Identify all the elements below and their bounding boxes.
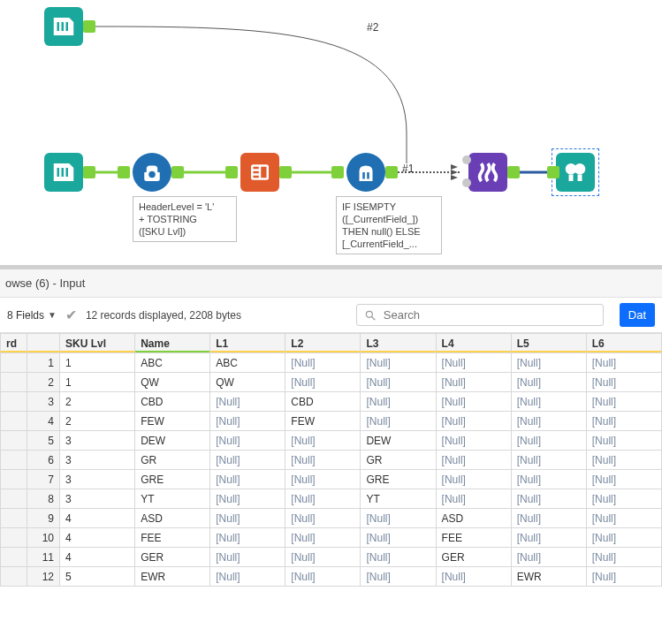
cell[interactable]: 9 xyxy=(27,509,59,528)
results-table[interactable]: rdSKU LvlNameL1L2L3L4L5L6 11ABCABC[Null]… xyxy=(0,333,662,587)
workflow-canvas[interactable]: #2 #1 HeaderLevel = 'L' + TOSTRING ([SKU… xyxy=(0,0,662,265)
input-anchor[interactable] xyxy=(331,166,344,178)
cell[interactable]: DEW xyxy=(135,431,210,451)
cell[interactable] xyxy=(1,412,27,431)
cell[interactable]: 3 xyxy=(27,392,59,412)
table-row[interactable]: 63GR[Null][Null]GR[Null][Null][Null] xyxy=(1,451,662,470)
cell[interactable]: 11 xyxy=(27,548,59,567)
cell[interactable]: [Null] xyxy=(511,509,586,528)
table-row[interactable]: 32CBD[Null]CBD[Null][Null][Null][Null] xyxy=(1,392,662,412)
output-anchor[interactable] xyxy=(385,166,398,178)
cell[interactable]: [Null] xyxy=(436,451,511,470)
results-tab-label[interactable]: owse (6) - Input xyxy=(0,269,662,297)
cell[interactable]: CBD xyxy=(285,392,361,412)
cell[interactable]: [Null] xyxy=(436,470,511,489)
cell[interactable]: 12 xyxy=(27,567,59,587)
cell[interactable]: [Null] xyxy=(210,548,285,567)
cell[interactable]: YT xyxy=(361,489,436,509)
cell[interactable]: QW xyxy=(135,373,210,392)
cell[interactable]: [Null] xyxy=(361,509,436,528)
cell[interactable]: [Null] xyxy=(511,548,586,567)
cell[interactable]: 2 xyxy=(60,392,135,412)
cell[interactable]: YT xyxy=(135,489,210,509)
table-row[interactable]: 114GER[Null][Null][Null]GER[Null][Null] xyxy=(1,548,662,567)
output-anchor[interactable] xyxy=(279,166,292,178)
cell[interactable] xyxy=(1,509,27,528)
cell[interactable]: [Null] xyxy=(285,528,361,548)
cell[interactable]: [Null] xyxy=(586,509,661,528)
cell[interactable]: 1 xyxy=(60,353,135,373)
table-row[interactable]: 125EWR[Null][Null][Null][Null]EWR[Null] xyxy=(1,567,662,587)
cell[interactable] xyxy=(1,567,27,587)
cell[interactable]: [Null] xyxy=(361,353,436,373)
cell[interactable]: FEW xyxy=(285,412,361,431)
cell[interactable] xyxy=(1,489,27,509)
cell[interactable]: [Null] xyxy=(436,489,511,509)
cell[interactable]: CBD xyxy=(135,392,210,412)
cell[interactable]: EWR xyxy=(135,567,210,587)
output-anchor[interactable] xyxy=(171,166,184,178)
table-row[interactable]: 42FEW[Null]FEW[Null][Null][Null][Null] xyxy=(1,412,662,431)
cell[interactable]: [Null] xyxy=(361,412,436,431)
cell[interactable]: [Null] xyxy=(361,528,436,548)
cell[interactable]: GER xyxy=(135,548,210,567)
cell[interactable]: ASD xyxy=(135,509,210,528)
cell[interactable] xyxy=(1,353,27,373)
input-anchor[interactable] xyxy=(118,166,130,178)
table-row[interactable]: 83YT[Null][Null]YT[Null][Null][Null] xyxy=(1,489,662,509)
cell[interactable]: 8 xyxy=(27,489,59,509)
cell[interactable]: [Null] xyxy=(511,373,586,392)
cell[interactable]: 2 xyxy=(27,373,59,392)
cell[interactable]: 10 xyxy=(27,528,59,548)
cell[interactable]: GRE xyxy=(361,470,436,489)
cell[interactable]: [Null] xyxy=(210,509,285,528)
cell[interactable]: [Null] xyxy=(511,412,586,431)
cell[interactable]: ABC xyxy=(210,353,285,373)
table-row[interactable]: 94ASD[Null][Null][Null]ASD[Null][Null] xyxy=(1,509,662,528)
cell[interactable]: FEW xyxy=(135,412,210,431)
output-anchor[interactable] xyxy=(83,20,95,33)
cell[interactable]: [Null] xyxy=(436,567,511,587)
cell[interactable]: FEE xyxy=(436,528,511,548)
cell[interactable]: [Null] xyxy=(210,412,285,431)
cell[interactable]: [Null] xyxy=(210,567,285,587)
cell[interactable]: 4 xyxy=(27,412,59,431)
col-header[interactable]: L2 xyxy=(285,334,361,353)
cell[interactable]: 7 xyxy=(27,470,59,489)
cell[interactable]: [Null] xyxy=(285,431,361,451)
cell[interactable]: DEW xyxy=(361,431,436,451)
cell[interactable]: [Null] xyxy=(361,548,436,567)
cell[interactable]: [Null] xyxy=(586,353,661,373)
cell[interactable]: [Null] xyxy=(285,548,361,567)
cell[interactable]: EWR xyxy=(511,567,586,587)
cell[interactable]: QW xyxy=(210,373,285,392)
cell[interactable]: 3 xyxy=(60,489,135,509)
col-header[interactable]: L5 xyxy=(511,334,586,353)
cell[interactable]: [Null] xyxy=(511,489,586,509)
cell[interactable]: 5 xyxy=(27,431,59,451)
cell[interactable]: [Null] xyxy=(285,451,361,470)
col-header[interactable]: L3 xyxy=(361,334,436,353)
cell[interactable] xyxy=(1,451,27,470)
cell[interactable]: 3 xyxy=(60,431,135,451)
col-header[interactable] xyxy=(27,334,59,353)
tool-input-2[interactable] xyxy=(44,7,83,46)
cell[interactable]: [Null] xyxy=(586,548,661,567)
cell[interactable]: [Null] xyxy=(285,353,361,373)
cell[interactable]: 5 xyxy=(60,567,135,587)
fields-dropdown[interactable]: 8 Fields ▼ xyxy=(7,309,57,322)
cell[interactable]: [Null] xyxy=(361,567,436,587)
table-row[interactable]: 104FEE[Null][Null][Null]FEE[Null][Null] xyxy=(1,528,662,548)
cell[interactable]: GR xyxy=(135,451,210,470)
cell[interactable]: [Null] xyxy=(511,431,586,451)
cell[interactable]: [Null] xyxy=(436,392,511,412)
cell[interactable]: 2 xyxy=(60,412,135,431)
cell[interactable]: [Null] xyxy=(210,451,285,470)
output-anchor[interactable] xyxy=(507,166,520,178)
tool-browse[interactable] xyxy=(556,153,595,192)
search-box[interactable] xyxy=(356,304,604,326)
col-header[interactable]: L1 xyxy=(210,334,285,353)
cell[interactable]: [Null] xyxy=(586,373,661,392)
tool-formula[interactable] xyxy=(133,153,171,192)
cell[interactable]: [Null] xyxy=(210,392,285,412)
